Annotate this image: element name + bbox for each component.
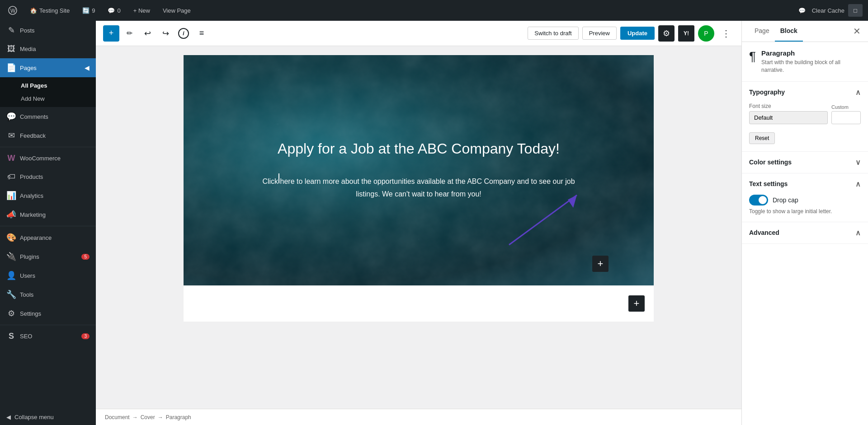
breadcrumb-document[interactable]: Document [105, 414, 130, 420]
admin-bar: W 🏠 Testing Site 🔄 9 💬 0 + New View Page… [0, 0, 868, 21]
custom-font-size-wrap: Custom [831, 104, 861, 124]
block-info-text: Paragraph Start with the building block … [761, 49, 861, 74]
pages-icon: 📄 [6, 63, 16, 73]
typography-section-content: Font size Default Small Normal Medium La… [742, 103, 868, 151]
sidebar-item-settings[interactable]: ⚙ Settings [0, 304, 96, 323]
panel-close-button[interactable]: ✕ [853, 26, 861, 37]
collapse-menu-button[interactable]: ◀ Collapse menu [0, 409, 96, 425]
color-settings-header[interactable]: Color settings ∨ [742, 152, 868, 173]
custom-label: Custom [831, 104, 861, 110]
products-icon: 🏷 [6, 172, 16, 182]
font-size-select-wrap: Default Small Normal Medium Large Extra … [749, 111, 828, 124]
users-icon: 👤 [6, 271, 16, 280]
font-size-select[interactable]: Default Small Normal Medium Large Extra … [749, 111, 828, 124]
tools-button[interactable]: ✏ [121, 25, 137, 42]
drop-cap-label: Drop cap [773, 196, 798, 204]
view-page-link[interactable]: View Page [160, 5, 193, 16]
undo-icon: ↩ [144, 28, 151, 38]
comments-link[interactable]: 💬 0 [105, 5, 123, 16]
add-block-bottom-button[interactable]: + [628, 295, 645, 312]
sidebar-item-analytics[interactable]: 📊 Analytics [0, 186, 96, 205]
chat-icon-btn[interactable]: 💬 [796, 5, 808, 16]
ellipsis-icon: ⋮ [722, 28, 731, 39]
sidebar-item-seo[interactable]: S SEO 3 [0, 327, 96, 346]
add-block-toolbar-button[interactable]: + [103, 25, 119, 42]
block-description: Start with the building block of all nar… [761, 59, 861, 74]
sidebar-item-marketing[interactable]: 📣 Marketing [0, 205, 96, 224]
admin-avatar[interactable]: ◻ [848, 4, 863, 17]
tab-block[interactable]: Block [775, 21, 803, 42]
sidebar-item-comments[interactable]: 💬 Comments [0, 107, 96, 126]
admin-bar-right: 💬 Clear Cache ◻ [796, 4, 863, 17]
submenu-add-new[interactable]: Add New [0, 92, 96, 105]
undo-button[interactable]: ↩ [139, 25, 156, 42]
marketing-icon: 📣 [6, 210, 16, 220]
typography-chevron: ∧ [855, 88, 861, 97]
breadcrumb-paragraph[interactable]: Paragraph [166, 414, 191, 420]
comment-icon: 💬 [108, 7, 115, 14]
sidebar-item-appearance[interactable]: 🎨 Appearance [0, 228, 96, 247]
yoast-button[interactable]: Y! [678, 25, 694, 42]
text-settings-header[interactable]: Text settings ∧ [742, 173, 868, 195]
font-size-label: Font size [749, 103, 828, 109]
submenu-all-pages[interactable]: All Pages [0, 79, 96, 92]
switch-to-draft-button[interactable]: Switch to draft [528, 27, 578, 40]
sidebar-item-products[interactable]: 🏷 Products [0, 168, 96, 186]
wordpress-logo[interactable]: W [5, 4, 20, 17]
svg-text:W: W [10, 8, 16, 14]
sidebar-item-plugins[interactable]: 🔌 Plugins 5 [0, 247, 96, 266]
color-settings-section: Color settings ∨ [742, 152, 868, 173]
updates-link[interactable]: 🔄 9 [80, 5, 98, 16]
settings-toggle-button[interactable]: ⚙ [658, 25, 675, 42]
list-view-icon: ≡ [199, 28, 204, 38]
editor-content: Apply for a Job at the ABC Company Today… [96, 46, 741, 409]
breadcrumb-sep-2: → [158, 414, 163, 420]
more-options-button[interactable]: ⋮ [718, 25, 734, 42]
collapse-icon: ◀ [6, 414, 11, 420]
plus-icon: + [109, 28, 114, 38]
toggle-knob [759, 196, 767, 204]
sidebar-item-posts[interactable]: ✎ Posts [0, 21, 96, 40]
preview-button[interactable]: Preview [582, 27, 617, 40]
sidebar-item-woocommerce[interactable]: W WooCommerce [0, 149, 96, 168]
new-content-link[interactable]: + New [131, 5, 153, 16]
sidebar-item-media[interactable]: 🖼 Media [0, 40, 96, 58]
update-icon: 🔄 [82, 7, 90, 14]
drop-cap-description: Toggle to show a large initial letter. [749, 208, 861, 215]
advanced-section-header[interactable]: Advanced ∧ [742, 222, 868, 243]
tools-icon: 🔧 [6, 290, 16, 299]
redo-button[interactable]: ↪ [157, 25, 174, 42]
comments-icon: 💬 [6, 112, 16, 121]
reset-font-size-button[interactable]: Reset [749, 132, 775, 144]
text-settings-section: Text settings ∧ Drop cap Toggle to show … [742, 173, 868, 222]
toolbar-right: Switch to draft Preview Update ⚙ Y! P [528, 25, 734, 42]
sidebar-item-feedback[interactable]: ✉ Feedback [0, 126, 96, 145]
sidebar-item-tools[interactable]: 🔧 Tools [0, 285, 96, 304]
appearance-icon: 🎨 [6, 233, 16, 243]
site-name-link[interactable]: 🏠 Testing Site [27, 5, 72, 16]
update-button[interactable]: Update [620, 27, 655, 40]
custom-font-size-input[interactable] [831, 111, 861, 124]
tab-page[interactable]: Page [749, 21, 775, 42]
editor-breadcrumb: Document → Cover → Paragraph [96, 409, 741, 425]
list-view-button[interactable]: ≡ [193, 25, 210, 42]
sidebar-item-users[interactable]: 👤 Users [0, 266, 96, 285]
typography-section: Typography ∧ Font size Default Small Nor… [742, 82, 868, 152]
seo-badge: 3 [81, 333, 90, 339]
typography-section-header[interactable]: Typography ∧ [742, 82, 868, 103]
pencil-icon: ✏ [127, 29, 132, 37]
text-settings-content: Drop cap Toggle to show a large initial … [742, 195, 868, 222]
performant-button[interactable]: P [698, 25, 714, 42]
advanced-chevron: ∧ [855, 229, 861, 237]
cover-title: Apply for a Job at the ABC Company Today… [260, 140, 577, 157]
add-block-inside-cover-button[interactable]: + [592, 256, 609, 272]
cover-block[interactable]: Apply for a Job at the ABC Company Today… [184, 55, 654, 285]
breadcrumb-cover[interactable]: Cover [141, 414, 155, 420]
plus-icon-bottom: + [634, 298, 640, 309]
sidebar-item-pages[interactable]: 📄 Pages ◀ [0, 58, 96, 77]
details-button[interactable]: i [175, 25, 192, 42]
drop-cap-toggle[interactable] [749, 195, 768, 205]
clear-cache-button[interactable]: Clear Cache [812, 7, 844, 14]
drop-cap-row: Drop cap [749, 195, 861, 205]
color-settings-chevron: ∨ [855, 158, 861, 167]
